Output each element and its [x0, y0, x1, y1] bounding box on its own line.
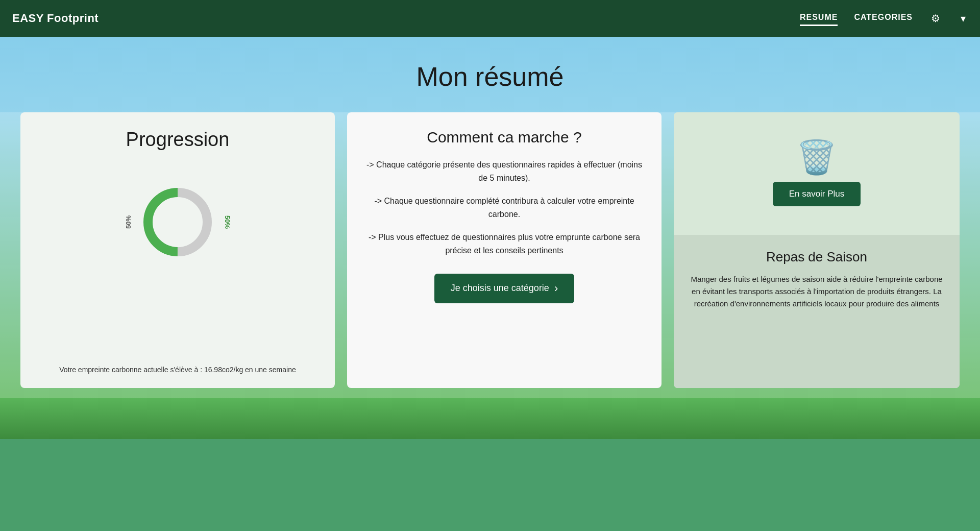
trash-icon: 🗑️ — [796, 141, 837, 174]
choose-category-button[interactable]: Je choisis une catégorie › — [434, 274, 574, 303]
nav-item-categories[interactable]: CATEGORIES — [854, 13, 913, 24]
card-progression: Progression 50% 50% Votre empreinte carb… — [20, 112, 335, 388]
app-brand: EASY Footprint — [12, 12, 99, 25]
bottom-background — [0, 398, 980, 439]
donut-label-left: 50% — [125, 215, 132, 229]
navbar: EASY Footprint RESUME CATEGORIES ⚙ ▾ — [0, 0, 980, 37]
donut-svg — [137, 181, 218, 263]
donut-chart: 50% 50% — [137, 181, 218, 263]
en-savoir-plus-button[interactable]: En savoir Plus — [773, 182, 861, 206]
chevron-down-icon[interactable]: ▾ — [959, 10, 968, 27]
donut-label-right: 50% — [223, 215, 231, 229]
card-how: Comment ca marche ? -> Chaque catégorie … — [347, 112, 662, 388]
settings-icon[interactable]: ⚙ — [929, 10, 942, 27]
how-paragraph-1: -> Chaque catégorie présente des questio… — [361, 158, 647, 184]
repas-title: Repas de Saison — [688, 249, 945, 265]
hero-section: Mon résumé Progression 50% 50% Votre emp… — [0, 37, 980, 398]
nav-links: RESUME CATEGORIES ⚙ ▾ — [800, 10, 968, 27]
card-info-bottom: Repas de Saison Manger des fruits et lég… — [674, 235, 960, 388]
how-paragraph-2: -> Chaque questionnaire complété contrib… — [361, 195, 647, 221]
cards-container: Progression 50% 50% Votre empreinte carb… — [0, 112, 980, 398]
card-info-top: 🗑️ En savoir Plus — [674, 112, 960, 235]
card-info: 🗑️ En savoir Plus Repas de Saison Manger… — [674, 112, 960, 388]
progression-footer: Votre empreinte carbonne actuelle s'élèv… — [31, 366, 325, 374]
nav-item-resume[interactable]: RESUME — [800, 13, 838, 24]
progression-title: Progression — [35, 129, 321, 151]
how-paragraph-3: -> Plus vous effectuez de questionnaires… — [361, 231, 647, 257]
page-title: Mon résumé — [0, 61, 980, 92]
how-title: Comment ca marche ? — [361, 129, 647, 146]
repas-text: Manger des fruits et légumes de saison a… — [688, 273, 945, 310]
